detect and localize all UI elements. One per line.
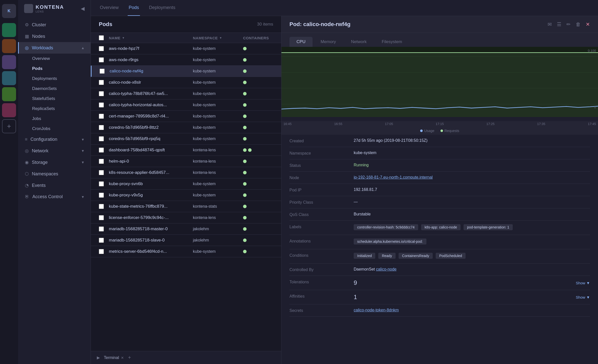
table-row[interactable]: helm-api-0 kontena-lens — [91, 156, 281, 167]
table-row[interactable]: kube-state-metrics-76ffbc879... kontena-… — [91, 201, 281, 212]
sidebar-item-access-control[interactable]: ⛨ Access Control ▼ — [18, 191, 91, 202]
sidebar-item-workloads[interactable]: ◎ Workloads ▲ — [18, 42, 91, 54]
workspace-2-icon[interactable] — [2, 39, 16, 53]
table-row[interactable]: mariadb-1568285718-slave-0 jakolehm — [91, 235, 281, 246]
terminal-close-button[interactable]: ✕ — [121, 356, 124, 360]
sidebar-sub-deployments[interactable]: Deployments — [18, 74, 91, 84]
sidebar-item-nodes[interactable]: ▦ Nodes — [18, 31, 91, 42]
controlled-by-link[interactable]: calico-node — [376, 267, 397, 271]
info-row-pod-ip: Pod IP 192.168.81.7 — [289, 184, 590, 196]
tab-deployments[interactable]: Deployments — [148, 0, 176, 16]
row-checkbox[interactable] — [99, 159, 104, 164]
info-value-node[interactable]: ip-192-168-81-7.eu-north-1.compute.inter… — [354, 175, 590, 180]
table-row[interactable]: calico-node-x8slr kube-system — [91, 77, 281, 88]
row-checkbox[interactable] — [99, 215, 104, 220]
workloads-chevron: ▲ — [81, 46, 85, 50]
sidebar-sub-replicasets[interactable]: ReplicaSets — [18, 104, 91, 114]
row-containers — [243, 92, 273, 95]
edit-action-button[interactable]: ✏ — [566, 21, 571, 27]
workspace-3-icon[interactable] — [2, 55, 16, 69]
row-checkbox[interactable] — [99, 46, 104, 51]
row-containers — [243, 238, 273, 242]
row-checkbox[interactable] — [99, 102, 104, 107]
table-row[interactable]: mariadb-1568285718-master-0 jakolehm — [91, 223, 281, 235]
row-checkbox[interactable] — [99, 193, 104, 198]
table-row[interactable]: license-enforcer-5799c9c94c-... kontena-… — [91, 212, 281, 223]
delete-action-button[interactable]: 🗑 — [576, 22, 581, 27]
table-row[interactable]: aws-node-r9rgs kube-system — [91, 54, 281, 66]
row-checkbox[interactable] — [99, 181, 104, 186]
table-row[interactable]: cert-manager-789598c8d7-rl4... kube-syst… — [91, 111, 281, 122]
sidebar-item-events[interactable]: ◔ Events — [18, 180, 91, 191]
th-containers: Containers — [243, 35, 273, 40]
list-action-button[interactable]: ☰ — [557, 21, 561, 27]
table-row[interactable]: coredns-5b7d965bf9-rpq5q kube-system — [91, 133, 281, 145]
table-row[interactable]: calico-typha-horizontal-autos... kube-sy… — [91, 99, 281, 111]
sidebar-label-cluster: Cluster — [32, 22, 46, 28]
table-row[interactable]: kube-proxy-svn6b kube-system — [91, 178, 281, 190]
row-checkbox[interactable] — [99, 226, 104, 231]
email-action-button[interactable]: ✉ — [548, 21, 552, 27]
workspace-1-icon[interactable] — [2, 23, 16, 37]
pods-panel: Pods 30 items Name ▼ Namespace ▼ Contain… — [91, 16, 281, 364]
sidebar-sub-cronjobs[interactable]: CronJobs — [18, 124, 91, 134]
select-all-checkbox[interactable] — [99, 35, 104, 40]
row-checkbox[interactable] — [99, 57, 104, 62]
workspace-5-icon[interactable] — [2, 87, 16, 101]
sidebar-sub-daemonsets[interactable]: DaemonSets — [18, 84, 91, 94]
affinities-show-button[interactable]: Show ▼ — [576, 295, 590, 299]
terminal-add-button[interactable]: + — [128, 355, 131, 360]
row-checkbox[interactable] — [99, 91, 104, 96]
row-checkbox[interactable] — [99, 148, 104, 153]
sidebar-item-storage[interactable]: ◉ Storage ▼ — [18, 157, 91, 168]
sidebar-sub-jobs[interactable]: Jobs — [18, 114, 91, 124]
chart-tab-filesystem[interactable]: Filesystem — [375, 37, 409, 47]
storage-chevron: ▼ — [81, 160, 85, 164]
terminal-tab[interactable]: Terminal ✕ — [104, 355, 124, 360]
sidebar-sub-overview[interactable]: Overview — [18, 54, 91, 64]
chart-tab-cpu[interactable]: CPU — [289, 37, 313, 47]
row-checkbox[interactable] — [99, 170, 104, 175]
row-checkbox[interactable] — [99, 114, 104, 119]
collapse-sidebar-button[interactable]: ◀ — [81, 6, 85, 12]
sidebar-item-cluster[interactable]: ⚙ Cluster — [18, 19, 91, 31]
row-namespace: kontena-lens — [193, 215, 243, 220]
table-row[interactable]: aws-node-hpz7f kube-system — [91, 43, 281, 54]
chart-tab-network[interactable]: Network — [344, 37, 373, 47]
tab-pods[interactable]: Pods — [128, 0, 140, 16]
table-row[interactable]: metrics-server-6bd546f4cd-n... kube-syst… — [91, 246, 281, 257]
row-checkbox[interactable] — [99, 125, 104, 130]
table-row[interactable]: k8s-resource-applier-6d58457... kontena-… — [91, 167, 281, 178]
tolerations-show-button[interactable]: Show ▼ — [576, 281, 590, 285]
tab-overview[interactable]: Overview — [99, 0, 120, 16]
sidebar-item-network[interactable]: ◎ Network ▼ — [18, 145, 91, 157]
sidebar-sub-statefulsets[interactable]: StatefulSets — [18, 94, 91, 104]
info-value-affinities: 1 Show ▼ — [354, 294, 590, 301]
add-workspace-button[interactable]: + — [2, 119, 16, 133]
table-row[interactable]: dashboard-758bd48745-qpsft kontena-lens — [91, 145, 281, 156]
condition-badge-containers-ready: ContainersReady — [399, 253, 433, 259]
table-row[interactable]: calico-node-rwf4g kube-system — [91, 66, 281, 77]
condition-badge-ready: Ready — [378, 253, 395, 259]
brand-name: KONTENA LENS — [36, 4, 64, 13]
table-row[interactable]: kube-proxy-v9x5g kube-system — [91, 190, 281, 201]
row-checkbox[interactable] — [100, 69, 105, 74]
table-row[interactable]: calico-typha-78b876fc47-sw5... kube-syst… — [91, 88, 281, 99]
sidebar-item-configuration[interactable]: ≡ Configuration ▼ — [18, 134, 91, 145]
info-row-affinities: Affinities 1 Show ▼ — [289, 290, 590, 304]
row-namespace: kube-system — [193, 46, 243, 51]
chart-tab-memory[interactable]: Memory — [314, 37, 343, 47]
workspace-4-icon[interactable] — [2, 71, 16, 85]
row-checkbox[interactable] — [99, 238, 104, 243]
row-checkbox[interactable] — [99, 80, 104, 85]
sidebar-sub-pods[interactable]: Pods — [18, 64, 91, 74]
row-checkbox[interactable] — [99, 249, 104, 254]
row-checkbox[interactable] — [99, 204, 104, 209]
info-value-secrets[interactable]: calico-node-token-8dnkm — [354, 308, 590, 312]
close-detail-button[interactable]: ✕ — [586, 21, 590, 27]
table-row[interactable]: coredns-5b7d965bf9-8ttz2 kube-system — [91, 122, 281, 133]
row-checkbox[interactable] — [99, 136, 104, 141]
sidebar-item-namespaces[interactable]: ⬡ Namespaces — [18, 168, 91, 180]
workspace-6-icon[interactable] — [2, 103, 16, 117]
row-namespace: kontena-lens — [193, 170, 243, 175]
